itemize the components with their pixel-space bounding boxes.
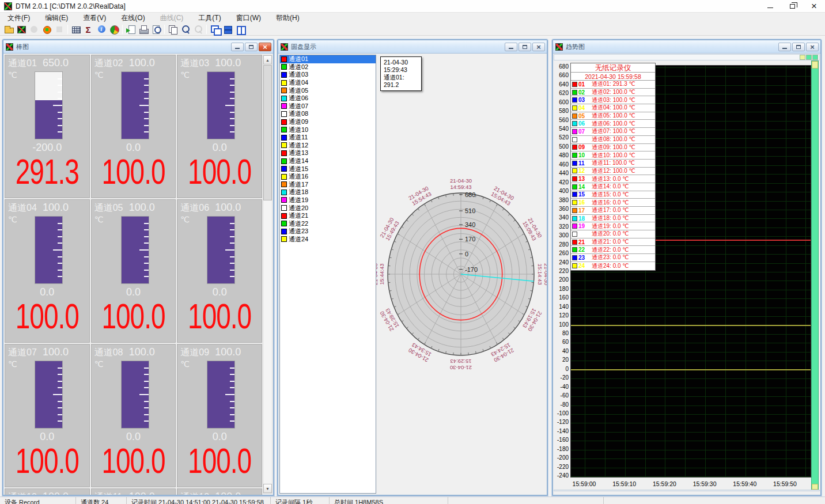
channel-list-item[interactable]: 通道19 <box>280 196 376 204</box>
copy-button[interactable] <box>166 24 179 35</box>
trend-right-scrollbar[interactable] <box>811 60 819 490</box>
channel-list-item[interactable]: 通道17 <box>280 181 376 189</box>
channel-color-swatch <box>281 96 287 101</box>
export-button[interactable] <box>124 24 137 35</box>
channel-list-item[interactable]: 通道03 <box>280 71 376 79</box>
channel-list-item[interactable]: 通道01 <box>280 55 376 63</box>
legend-color-swatch <box>572 153 577 158</box>
close-icon <box>811 1 817 12</box>
status-field: 记录时间 21-04-30 14:51:00 21-04-30 15:59:58 <box>127 497 271 504</box>
disc-window-close-button[interactable] <box>532 43 545 51</box>
scroll-button[interactable] <box>800 55 805 60</box>
channel-list-item[interactable]: 通道15 <box>280 165 376 173</box>
channel-list-item[interactable]: 通道05 <box>280 86 376 94</box>
scrollbar-thumb[interactable] <box>263 65 272 200</box>
channel-list-item[interactable]: 通道18 <box>280 188 376 196</box>
channel-list-item[interactable]: 通道09 <box>280 118 376 126</box>
tile-horizontal-button[interactable] <box>221 24 234 35</box>
disc-window-titlebar[interactable]: 圆盘显示 <box>278 40 547 53</box>
channel-list-item[interactable]: 通道11 <box>280 134 376 142</box>
scroll-down-button[interactable] <box>263 484 272 493</box>
channel-list-item[interactable]: 通道02 <box>280 63 376 71</box>
channel-list-item[interactable]: 通道14 <box>280 157 376 165</box>
legend-channel-number: 24 <box>578 263 588 269</box>
y-axis-tick-label: 440 <box>553 170 569 176</box>
statistics-sum-button[interactable] <box>82 24 95 35</box>
y-axis-tick-label: 400 <box>553 188 569 194</box>
channel-list-item[interactable]: 通道07 <box>280 103 376 111</box>
grid-line-horizontal <box>571 272 811 272</box>
channel-list-item[interactable]: 通道21 <box>280 212 376 220</box>
bar-window-scrollbar[interactable] <box>263 55 273 494</box>
trend-window-maximize-button[interactable] <box>792 43 805 51</box>
menu-item[interactable]: 文件(F) <box>0 12 37 24</box>
print-preview-button[interactable] <box>150 24 162 35</box>
channel-list-item[interactable]: 通道22 <box>280 219 376 228</box>
trend-window-minimize-button[interactable] <box>778 43 791 51</box>
legend-row: 22通道22: 0.0 ℃ <box>571 246 655 254</box>
scroll-button[interactable] <box>806 55 812 60</box>
data-table-button[interactable] <box>70 24 82 35</box>
channel-list-item[interactable]: 通道12 <box>280 142 376 150</box>
data-table-icon <box>72 26 81 33</box>
gauge-max-value: 100.0 <box>43 491 69 495</box>
scroll-button[interactable] <box>812 484 818 490</box>
app-minimize-button[interactable] <box>759 0 781 13</box>
menu-item[interactable]: 查看(V) <box>75 12 113 24</box>
gauge-tick <box>58 381 62 382</box>
trend-data-line <box>571 369 811 370</box>
gauge-bar <box>35 216 63 284</box>
channel-list-item[interactable]: 通道04 <box>280 79 376 87</box>
scroll-up-button[interactable] <box>263 55 272 65</box>
app-close-button[interactable] <box>803 0 825 13</box>
open-file-button[interactable] <box>2 24 15 35</box>
channel-list-item[interactable]: 通道08 <box>280 110 376 118</box>
pie-chart-button[interactable] <box>108 24 120 35</box>
y-axis-tick-label: -40 <box>553 384 569 390</box>
channel-list-item[interactable]: 通道24 <box>280 236 376 244</box>
menu-item[interactable]: 工具(T) <box>191 12 228 24</box>
channel-list-item[interactable]: 通道16 <box>280 173 376 181</box>
menu-item[interactable]: 在线(O) <box>113 12 152 24</box>
menu-item[interactable]: 帮助(H) <box>268 12 307 24</box>
realtime-chart-button[interactable] <box>15 24 28 35</box>
channel-list-item[interactable]: 通道23 <box>280 228 376 236</box>
trend-top-scrollbar[interactable] <box>554 54 820 60</box>
gauge-tick <box>144 85 149 86</box>
legend-color-swatch <box>572 216 577 221</box>
disc-window-maximize-button[interactable] <box>519 43 531 51</box>
channel-list-item[interactable]: 通道20 <box>280 204 376 212</box>
legend-row: 11通道11: 100.0 ℃ <box>571 160 655 168</box>
menu-item[interactable]: 编辑(E) <box>37 12 75 24</box>
bar-window-titlebar[interactable]: 棒图 <box>3 40 273 53</box>
scroll-button[interactable] <box>812 55 818 60</box>
channel-list-item[interactable]: 通道13 <box>280 149 376 157</box>
tile-vertical-button[interactable] <box>234 24 247 35</box>
disc-window-minimize-button[interactable] <box>505 43 517 51</box>
svg-text:340: 340 <box>465 221 475 228</box>
zoom-button[interactable] <box>179 24 192 35</box>
restore-icon <box>790 4 795 9</box>
app-restore-button[interactable] <box>781 0 803 13</box>
gauge-channel-label: 通道06 <box>180 202 213 214</box>
channel-list-item[interactable]: 通道06 <box>280 94 376 103</box>
x-axis-tick-label: 15:59:10 <box>607 480 642 487</box>
record-button[interactable] <box>40 24 53 35</box>
application-window: DTM 2.0.1 [C:\DTM 2.0.2\RealData] 文件(F)编… <box>0 0 825 504</box>
legend-row: 13通道13: 0.0 ℃ <box>571 175 655 183</box>
scrollbar-thumb[interactable] <box>812 61 818 69</box>
trend-window-close-button[interactable] <box>806 43 819 51</box>
gauge-tick <box>230 374 234 375</box>
cascade-windows-button[interactable] <box>209 24 221 35</box>
print-button[interactable] <box>137 24 150 35</box>
bar-window-minimize-button[interactable] <box>231 43 244 51</box>
menu-item[interactable]: 窗口(W) <box>229 12 268 24</box>
bar-window-close-button[interactable] <box>259 43 271 51</box>
trend-bottom-scrollbar[interactable] <box>554 490 820 491</box>
channel-list-item[interactable]: 通道10 <box>280 126 376 134</box>
bar-window-maximize-button[interactable] <box>245 43 258 51</box>
trend-window-titlebar[interactable]: 趋势图 <box>553 40 820 53</box>
info-button[interactable] <box>95 24 108 35</box>
legend-row: 02通道02: 100.0 ℃ <box>571 89 655 97</box>
y-axis-tick-label: 160 <box>553 294 569 301</box>
